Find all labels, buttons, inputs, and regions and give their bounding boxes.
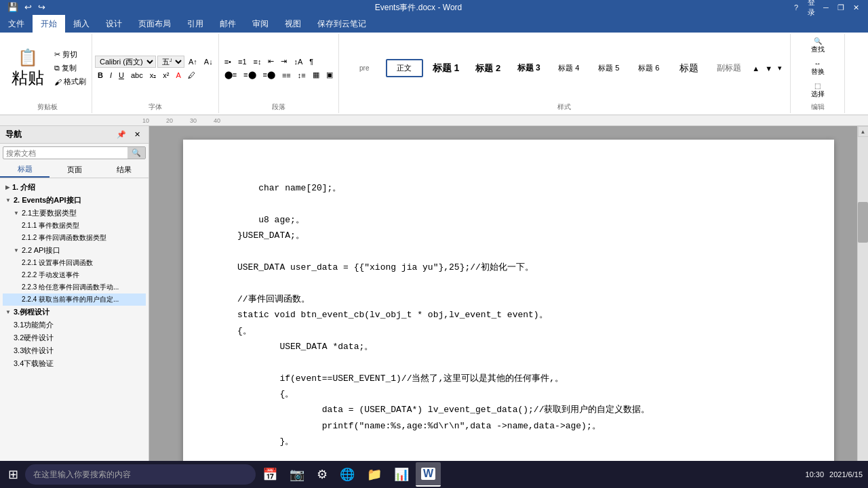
font-name-select[interactable]: Calibri (西文) xyxy=(95,56,156,68)
nav-item-manual-send[interactable]: 2.2.2 手动发送事件 xyxy=(3,269,146,281)
highlight-button[interactable]: 🖊 xyxy=(185,70,198,81)
taskbar-camera[interactable]: 📷 xyxy=(284,462,310,487)
line-spacing-button[interactable]: ↕≡ xyxy=(295,70,309,81)
vertical-scrollbar[interactable]: ▲ ▼ xyxy=(857,126,868,472)
bullet-list-button[interactable]: ≡• xyxy=(222,56,234,67)
shrink-font-button[interactable]: A↓ xyxy=(201,56,216,67)
styles-scroll-down[interactable]: ▼ xyxy=(762,63,775,74)
nav-item-event-types[interactable]: 2.1.1 事件数据类型 xyxy=(3,220,146,232)
style-h6[interactable]: 标题 6 xyxy=(630,59,667,77)
style-h4[interactable]: 标题 4 xyxy=(550,59,587,77)
scroll-up-button[interactable]: ▲ xyxy=(858,126,869,137)
tab-home[interactable]: 开始 xyxy=(33,15,65,33)
help-button[interactable]: ? xyxy=(789,2,803,13)
nav-item-func-intro[interactable]: 3.1功能简介 xyxy=(3,319,146,331)
taskbar-settings[interactable]: ⚙ xyxy=(311,462,333,487)
styles-scroll-up[interactable]: ▲ xyxy=(749,63,762,74)
show-marks-button[interactable]: ¶ xyxy=(307,56,316,67)
tab-cloud[interactable]: 保存到云笔记 xyxy=(309,15,374,33)
nav-tab-results[interactable]: 结果 xyxy=(99,162,149,178)
styles-expand[interactable]: ▾ xyxy=(775,62,785,74)
save-button[interactable]: 💾 xyxy=(5,0,20,15)
nav-item-software[interactable]: 3.3软件设计 xyxy=(3,344,146,357)
taskbar-files[interactable]: 📁 xyxy=(361,462,387,487)
copy-button[interactable]: ⧉ 复制 xyxy=(52,62,89,75)
nav-tab-headings[interactable]: 标题 xyxy=(0,162,50,178)
underline-button[interactable]: U xyxy=(116,70,127,81)
nav-close-button[interactable]: ✕ xyxy=(132,129,143,140)
document-area[interactable]: char name[20];。 u8 age;。 }USER_DATA;。 US… xyxy=(149,126,868,472)
nav-header: 导航 📌 ✕ xyxy=(0,126,149,144)
italic-button[interactable]: I xyxy=(107,70,115,81)
align-right-button[interactable]: ≡⬤ xyxy=(260,69,278,81)
nav-item-get-user-data[interactable]: 2.2.4 获取当前事件的用户自定... xyxy=(3,293,146,306)
taskbar-ppt[interactable]: 📊 xyxy=(389,462,414,487)
tab-references[interactable]: 引用 xyxy=(179,15,212,33)
style-subtitle[interactable]: 副标题 xyxy=(710,58,748,78)
minimize-button[interactable]: ─ xyxy=(819,2,833,13)
strikethrough-button[interactable]: abc xyxy=(128,70,146,81)
tab-layout[interactable]: 页面布局 xyxy=(130,15,179,33)
nav-tab-pages[interactable]: 页面 xyxy=(50,162,99,178)
nav-item-hardware[interactable]: 3.2硬件设计 xyxy=(3,331,146,344)
close-button[interactable]: ✕ xyxy=(849,2,863,13)
style-body[interactable]: 正文 xyxy=(386,59,423,77)
tab-insert[interactable]: 插入 xyxy=(65,15,98,33)
superscript-button[interactable]: x² xyxy=(160,70,172,81)
paste-button[interactable]: 📋 粘贴 xyxy=(5,46,50,91)
style-h5[interactable]: 标题 5 xyxy=(590,59,627,77)
cut-button[interactable]: ✂ 剪切 xyxy=(52,48,89,61)
taskbar-word[interactable]: W xyxy=(416,462,441,487)
nav-item-data-types[interactable]: ▼ 2.1主要数据类型 xyxy=(3,207,146,220)
restore-button[interactable]: ❐ xyxy=(834,2,848,13)
redo-button[interactable]: ↪ xyxy=(36,0,47,15)
style-h2[interactable]: 标题 2 xyxy=(469,58,507,79)
nav-item-callback-types[interactable]: 2.1.2 事件回调函数数据类型 xyxy=(3,232,146,244)
tab-view[interactable]: 视图 xyxy=(277,15,309,33)
replace-button[interactable]: ↔ 替换 xyxy=(807,58,829,79)
nav-item-intro[interactable]: ▶ 1. 介绍 xyxy=(3,181,146,194)
start-button[interactable]: ⊞ xyxy=(3,461,24,488)
taskbar-search[interactable] xyxy=(25,464,256,485)
bold-button[interactable]: B xyxy=(95,70,106,81)
justify-button[interactable]: ≡≡ xyxy=(279,70,294,81)
decrease-indent-button[interactable]: ⇤ xyxy=(265,56,277,67)
nav-search-input[interactable] xyxy=(3,148,127,159)
subscript-button[interactable]: x₂ xyxy=(147,70,159,81)
font-color-button[interactable]: A xyxy=(173,70,183,81)
taskbar-calendar[interactable]: 📅 xyxy=(257,462,283,487)
taskbar-edge[interactable]: 🌐 xyxy=(334,462,360,487)
tab-mailings[interactable]: 邮件 xyxy=(212,15,244,33)
scroll-thumb[interactable] xyxy=(858,202,868,243)
find-button[interactable]: 🔍 查找 xyxy=(807,35,829,56)
tab-review[interactable]: 审阅 xyxy=(244,15,277,33)
align-left-button[interactable]: ⬤≡ xyxy=(222,69,239,81)
align-center-button[interactable]: ≡⬤ xyxy=(241,69,258,81)
nav-item-manual-callback[interactable]: 2.2.3 给任意事件回调函数手动... xyxy=(3,281,146,293)
sort-button[interactable]: ↕A xyxy=(291,56,305,67)
nav-item-download[interactable]: 3.4下载验证 xyxy=(3,357,146,370)
nav-item-api[interactable]: ▼ 2.2 API接口 xyxy=(3,244,146,257)
font-size-select[interactable]: 五号 xyxy=(157,56,184,68)
nav-item-examples[interactable]: ▼ 3.例程设计 xyxy=(3,306,146,319)
select-button[interactable]: ⬚ 选择 xyxy=(807,80,829,101)
style-h1[interactable]: 标题 1 xyxy=(426,58,467,79)
multilevel-list-button[interactable]: ≡↕ xyxy=(251,56,264,67)
numbered-list-button[interactable]: ≡1 xyxy=(235,56,250,67)
nav-pin-button[interactable]: 📌 xyxy=(114,129,129,140)
grow-font-button[interactable]: A↑ xyxy=(186,56,200,67)
style-h3[interactable]: 标题 3 xyxy=(510,58,547,78)
nav-item-set-callback[interactable]: 2.2.1 设置事件回调函数 xyxy=(3,257,146,269)
style-pre[interactable]: pre xyxy=(346,60,383,76)
nav-search-button[interactable]: 🔍 xyxy=(127,147,145,159)
undo-button[interactable]: ↩ xyxy=(22,0,34,15)
border-button[interactable]: ▣ xyxy=(323,69,336,81)
increase-indent-button[interactable]: ⇥ xyxy=(278,56,290,67)
style-title[interactable]: 标题 xyxy=(670,58,707,79)
tab-file[interactable]: 文件 xyxy=(0,15,33,33)
user-button[interactable]: 登录 xyxy=(804,2,818,13)
nav-item-events-api[interactable]: ▼ 2. Events的API接口 xyxy=(3,194,146,207)
tab-design[interactable]: 设计 xyxy=(98,15,130,33)
shading-button[interactable]: ▦ xyxy=(310,69,322,81)
format-painter-button[interactable]: 🖌 格式刷 xyxy=(52,75,89,88)
